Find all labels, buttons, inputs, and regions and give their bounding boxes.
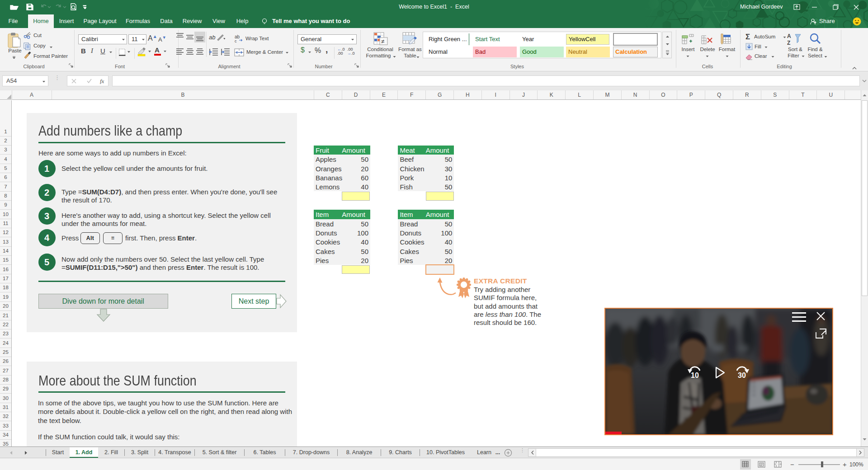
- svg-text:10: 10: [691, 371, 699, 379]
- svg-text:Z: Z: [787, 40, 790, 46]
- svg-text:30: 30: [738, 371, 746, 379]
- svg-text:ab: ab: [209, 34, 215, 41]
- svg-text:A: A: [787, 33, 791, 39]
- svg-text:≠: ≠: [381, 38, 384, 45]
- svg-text:c: c: [235, 39, 237, 43]
- svg-text:fx: fx: [100, 78, 104, 84]
